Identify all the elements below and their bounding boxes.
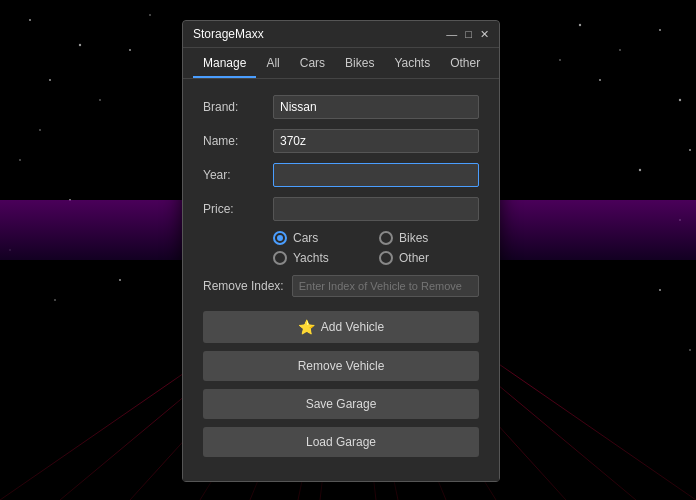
radio-cars[interactable]: Cars [273, 231, 373, 245]
brand-label: Brand: [203, 100, 273, 114]
tab-yachts[interactable]: Yachts [384, 48, 440, 78]
radio-other-circle [379, 251, 393, 265]
remove-index-row: Remove Index: [203, 275, 479, 297]
save-garage-button[interactable]: Save Garage [203, 389, 479, 419]
year-input[interactable] [273, 163, 479, 187]
name-label: Name: [203, 134, 273, 148]
radio-yachts-circle [273, 251, 287, 265]
svg-point-22 [659, 289, 661, 291]
remove-index-input[interactable] [292, 275, 479, 297]
radio-cars-label: Cars [293, 231, 318, 245]
name-row: Name: [203, 129, 479, 153]
svg-point-10 [679, 99, 681, 101]
add-vehicle-button[interactable]: ⭐ Add Vehicle [203, 311, 479, 343]
svg-point-12 [129, 49, 131, 51]
title-bar: StorageMaxx — □ ✕ [183, 21, 499, 48]
radio-yachts[interactable]: Yachts [273, 251, 373, 265]
price-input[interactable] [273, 197, 479, 221]
svg-point-8 [99, 99, 101, 101]
tab-other[interactable]: Other [440, 48, 490, 78]
name-input[interactable] [273, 129, 479, 153]
radio-bikes[interactable]: Bikes [379, 231, 479, 245]
year-label: Year: [203, 168, 273, 182]
svg-point-13 [559, 59, 561, 61]
load-garage-button[interactable]: Load Garage [203, 427, 479, 457]
brand-input[interactable] [273, 95, 479, 119]
svg-point-11 [39, 129, 41, 131]
svg-point-2 [149, 14, 151, 16]
nav-tabs: Manage All Cars Bikes Yachts Other [183, 48, 499, 79]
main-window: StorageMaxx — □ ✕ Manage All Cars Bikes … [182, 20, 500, 482]
price-label: Price: [203, 202, 273, 216]
minimize-button[interactable]: — [446, 29, 457, 40]
svg-point-7 [49, 79, 51, 81]
tab-all[interactable]: All [256, 48, 289, 78]
radio-cars-circle [273, 231, 287, 245]
svg-point-23 [689, 349, 691, 351]
svg-point-5 [619, 49, 621, 51]
radio-group: Cars Bikes Yachts Other [203, 231, 479, 265]
radio-bikes-label: Bikes [399, 231, 428, 245]
svg-point-15 [19, 159, 21, 161]
maximize-button[interactable]: □ [465, 29, 472, 40]
svg-point-1 [79, 44, 81, 46]
svg-point-21 [119, 279, 121, 281]
tab-manage[interactable]: Manage [193, 48, 256, 78]
year-row: Year: [203, 163, 479, 187]
svg-point-0 [29, 19, 31, 21]
remove-index-label: Remove Index: [203, 279, 284, 293]
tab-bikes[interactable]: Bikes [335, 48, 384, 78]
tab-cars[interactable]: Cars [290, 48, 335, 78]
form-content: Brand: Name: Year: Price: Cars Bike [183, 79, 499, 481]
svg-point-20 [54, 299, 56, 301]
remove-vehicle-button[interactable]: Remove Vehicle [203, 351, 479, 381]
svg-point-9 [599, 79, 601, 81]
svg-point-17 [639, 169, 641, 171]
radio-bikes-circle [379, 231, 393, 245]
star-icon: ⭐ [298, 319, 315, 335]
close-button[interactable]: ✕ [480, 29, 489, 40]
brand-row: Brand: [203, 95, 479, 119]
add-vehicle-label: Add Vehicle [321, 320, 384, 334]
price-row: Price: [203, 197, 479, 221]
radio-yachts-label: Yachts [293, 251, 329, 265]
svg-point-14 [689, 149, 691, 151]
window-controls: — □ ✕ [446, 29, 489, 40]
svg-point-6 [659, 29, 661, 31]
window-title: StorageMaxx [193, 27, 264, 41]
svg-point-4 [579, 24, 581, 26]
radio-other[interactable]: Other [379, 251, 479, 265]
radio-other-label: Other [399, 251, 429, 265]
